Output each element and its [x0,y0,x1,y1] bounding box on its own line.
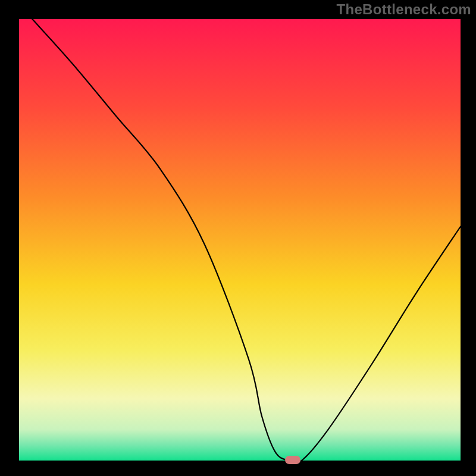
chart-frame: TheBottleneck.com [0,0,476,476]
chart-svg [0,0,476,476]
plot-area [19,19,461,461]
optimum-marker [285,456,300,464]
